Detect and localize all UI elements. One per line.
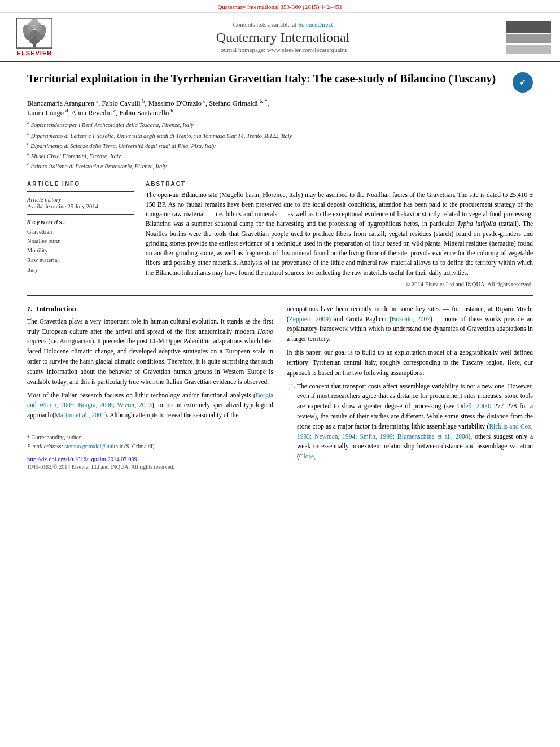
info-divider	[27, 191, 134, 192]
history-label: Article history:	[27, 196, 134, 203]
keyword-gravettian: Gravettian	[27, 228, 134, 237]
list-item-1: The concept that transport costs affect …	[297, 382, 533, 462]
journal-homepage: journal homepage: www.elsevier.com/locat…	[60, 46, 506, 53]
authors-text-2: Laura Longo d, Anna Revedin e, Fabio San…	[27, 109, 173, 117]
body-para-1: The Gravettian plays a very important ro…	[27, 317, 273, 387]
section1-title: Introduction	[36, 304, 76, 313]
body-para-right-2: In this paper, our goal is to build up a…	[287, 348, 533, 378]
abstract-text: The open-air Bilancino site (Mugello bas…	[146, 190, 533, 278]
keyword-italy: Italy	[27, 265, 134, 275]
journal-center: Contents lists available at ScienceDirec…	[60, 21, 506, 53]
sciencedirect-anchor[interactable]: ScienceDirect	[298, 21, 333, 28]
doi-anchor[interactable]: http://dx.doi.org/10.1016/j.quaint.2014.…	[27, 456, 137, 462]
available-online: Available online 25 July 2014	[27, 203, 134, 209]
article-info-abstract: ARTICLE INFO Article history: Available …	[27, 181, 533, 287]
doi-link: http://dx.doi.org/10.1016/j.quaint.2014.…	[27, 456, 273, 462]
ref-close[interactable]: Close,	[299, 453, 316, 460]
abstract-heading: ABSTRACT	[146, 181, 533, 187]
keyword-mobility: Mobility	[27, 246, 134, 256]
affiliation-c: c Dipartimento di Scienze della Terra, U…	[27, 141, 533, 150]
authors-line: Biancamaria Aranguren a, Fabio Cavulli b…	[27, 98, 533, 117]
article-info-col: ARTICLE INFO Article history: Available …	[27, 181, 134, 287]
svg-point-8	[30, 19, 39, 29]
journal-reference-bar: Quaternary International 359-360 (2015) …	[0, 0, 560, 13]
journal-title: Quaternary International	[60, 30, 506, 45]
abstract-col: ABSTRACT The open-air Bilancino site (Mu…	[146, 181, 533, 287]
section1-heading: 1. Introduction	[27, 304, 273, 313]
keywords-heading: Keywords:	[27, 219, 134, 225]
article-title-section: Territorial exploitation in the Tyrrheni…	[27, 71, 533, 93]
journal-thumbnail	[506, 21, 551, 54]
assumptions-list: The concept that transport costs affect …	[297, 382, 533, 462]
ref-zeppieri[interactable]: Zeppieri, 2009	[289, 316, 329, 322]
body-para-right-1: occupations have been recently made in s…	[287, 304, 533, 344]
ref-odell[interactable]: Odell, 2000	[457, 403, 489, 409]
affiliation-a: a Soprintendenza per i Beni Archeologici…	[27, 120, 533, 129]
email-link[interactable]: stefano.grimaldi@unitn.it	[64, 443, 123, 449]
journal-header: ELSEVIER Contents lists available at Sci…	[0, 13, 560, 62]
body-left: 1. Introduction The Gravettian plays a v…	[27, 304, 273, 470]
affiliations: a Soprintendenza per i Beni Archeologici…	[27, 120, 533, 171]
authors-text: Biancamaria Aranguren a, Fabio Cavulli b…	[27, 99, 269, 107]
thumb-image-3	[506, 45, 551, 54]
keyword-raw-material: Raw material	[27, 256, 134, 265]
affiliation-d: d Musei Civici Fiorentini, Firenze, Ital…	[27, 151, 533, 160]
body-two-col: 1. Introduction The Gravettian plays a v…	[27, 304, 533, 470]
article-info-heading: ARTICLE INFO	[27, 181, 134, 187]
keywords-divider	[27, 214, 134, 215]
keyword-noailles: Noailles burin	[27, 237, 134, 246]
section1-num: 1.	[27, 304, 33, 313]
footnote-email: E-mail address: stefano.grimaldi@unitn.i…	[27, 443, 273, 451]
footnote-corresponding: * Corresponding author.	[27, 434, 273, 442]
affiliation-e: e Istituto Italiano di Preistoria e Prot…	[27, 161, 533, 171]
body-right: occupations have been recently made in s…	[287, 304, 533, 470]
affiliation-b: b Dipartimento di Lettere e Filosofia, U…	[27, 130, 533, 140]
crossmark-icon: ✓	[513, 72, 533, 93]
body-divider	[27, 295, 533, 296]
journal-ref-text: Quaternary International 359-360 (2015) …	[217, 3, 342, 10]
thumb-image-1	[506, 21, 551, 33]
body-para-2: Most of the Italian research focuses on …	[27, 391, 273, 421]
ref-martini[interactable]: Martini et al., 2001	[55, 412, 104, 418]
elsevier-logo: ELSEVIER	[9, 18, 60, 56]
article-title: Territorial exploitation in the Tyrrheni…	[27, 71, 506, 86]
copyright-text: © 2014 Elsevier Ltd and INQUA. All right…	[146, 281, 533, 287]
issn-line: 1040-6182/© 2014 Elsevier Ltd and INQUA.…	[27, 464, 273, 470]
crossmark-badge: ✓	[513, 72, 533, 93]
main-content: Territorial exploitation in the Tyrrheni…	[0, 62, 560, 479]
section-divider	[27, 176, 533, 176]
elsevier-tree-icon	[15, 18, 54, 49]
ref-boscato[interactable]: Boscato, 2007	[392, 316, 430, 322]
sciencedirect-link: Contents lists available at ScienceDirec…	[60, 21, 506, 28]
ref-ricklis[interactable]: Ricklis and Cox, 1993; Newman, 1994; Smi…	[297, 423, 533, 440]
bottom-links: http://dx.doi.org/10.1016/j.quaint.2014.…	[27, 456, 273, 470]
thumb-image-2	[506, 34, 551, 43]
elsevier-label: ELSEVIER	[17, 50, 52, 56]
ref-borgia-wierer[interactable]: Borgia and Wierer, 2005; Borgia, 2006; W…	[27, 392, 273, 409]
footnote-section: * Corresponding author. E-mail address: …	[27, 430, 273, 451]
